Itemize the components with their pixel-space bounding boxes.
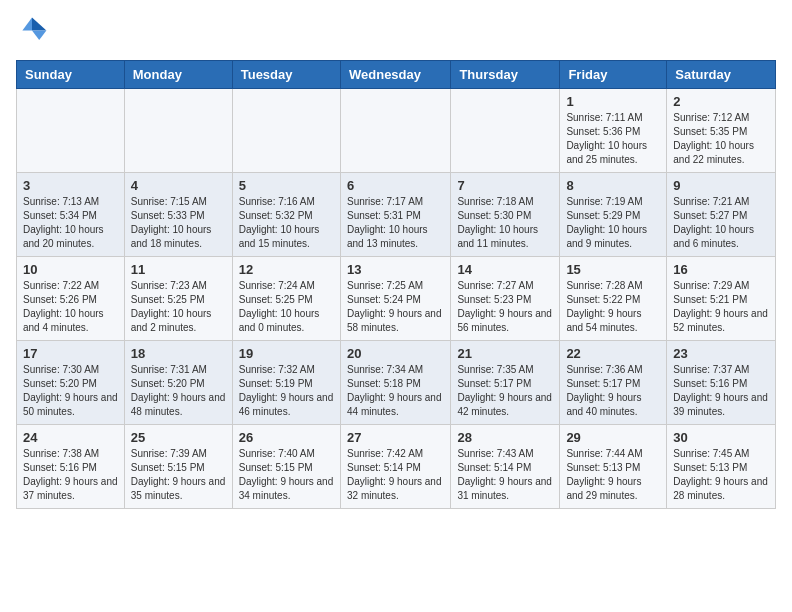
day-info: Sunrise: 7:36 AM Sunset: 5:17 PM Dayligh… bbox=[566, 363, 660, 419]
day-info: Sunrise: 7:16 AM Sunset: 5:32 PM Dayligh… bbox=[239, 195, 334, 251]
day-number: 13 bbox=[347, 262, 444, 277]
day-number: 30 bbox=[673, 430, 769, 445]
calendar-cell: 22Sunrise: 7:36 AM Sunset: 5:17 PM Dayli… bbox=[560, 341, 667, 425]
day-number: 1 bbox=[566, 94, 660, 109]
weekday-header: Saturday bbox=[667, 61, 776, 89]
day-number: 22 bbox=[566, 346, 660, 361]
calendar-cell: 7Sunrise: 7:18 AM Sunset: 5:30 PM Daylig… bbox=[451, 173, 560, 257]
day-info: Sunrise: 7:19 AM Sunset: 5:29 PM Dayligh… bbox=[566, 195, 660, 251]
calendar-cell bbox=[17, 89, 125, 173]
calendar-week-row: 3Sunrise: 7:13 AM Sunset: 5:34 PM Daylig… bbox=[17, 173, 776, 257]
calendar-cell bbox=[232, 89, 340, 173]
day-info: Sunrise: 7:28 AM Sunset: 5:22 PM Dayligh… bbox=[566, 279, 660, 335]
day-info: Sunrise: 7:29 AM Sunset: 5:21 PM Dayligh… bbox=[673, 279, 769, 335]
calendar-cell: 1Sunrise: 7:11 AM Sunset: 5:36 PM Daylig… bbox=[560, 89, 667, 173]
calendar-cell: 16Sunrise: 7:29 AM Sunset: 5:21 PM Dayli… bbox=[667, 257, 776, 341]
svg-marker-2 bbox=[22, 18, 32, 31]
weekday-header: Wednesday bbox=[340, 61, 450, 89]
calendar-cell: 20Sunrise: 7:34 AM Sunset: 5:18 PM Dayli… bbox=[340, 341, 450, 425]
day-info: Sunrise: 7:43 AM Sunset: 5:14 PM Dayligh… bbox=[457, 447, 553, 503]
day-number: 15 bbox=[566, 262, 660, 277]
day-number: 26 bbox=[239, 430, 334, 445]
day-number: 4 bbox=[131, 178, 226, 193]
day-info: Sunrise: 7:34 AM Sunset: 5:18 PM Dayligh… bbox=[347, 363, 444, 419]
day-info: Sunrise: 7:23 AM Sunset: 5:25 PM Dayligh… bbox=[131, 279, 226, 335]
day-number: 9 bbox=[673, 178, 769, 193]
day-info: Sunrise: 7:24 AM Sunset: 5:25 PM Dayligh… bbox=[239, 279, 334, 335]
weekday-header: Sunday bbox=[17, 61, 125, 89]
calendar-cell: 2Sunrise: 7:12 AM Sunset: 5:35 PM Daylig… bbox=[667, 89, 776, 173]
calendar-cell: 26Sunrise: 7:40 AM Sunset: 5:15 PM Dayli… bbox=[232, 425, 340, 509]
calendar-cell: 19Sunrise: 7:32 AM Sunset: 5:19 PM Dayli… bbox=[232, 341, 340, 425]
calendar-week-row: 10Sunrise: 7:22 AM Sunset: 5:26 PM Dayli… bbox=[17, 257, 776, 341]
day-info: Sunrise: 7:30 AM Sunset: 5:20 PM Dayligh… bbox=[23, 363, 118, 419]
calendar-cell: 27Sunrise: 7:42 AM Sunset: 5:14 PM Dayli… bbox=[340, 425, 450, 509]
calendar-table: SundayMondayTuesdayWednesdayThursdayFrid… bbox=[16, 60, 776, 509]
calendar-cell: 6Sunrise: 7:17 AM Sunset: 5:31 PM Daylig… bbox=[340, 173, 450, 257]
weekday-header: Friday bbox=[560, 61, 667, 89]
calendar-week-row: 24Sunrise: 7:38 AM Sunset: 5:16 PM Dayli… bbox=[17, 425, 776, 509]
day-info: Sunrise: 7:15 AM Sunset: 5:33 PM Dayligh… bbox=[131, 195, 226, 251]
calendar-week-row: 1Sunrise: 7:11 AM Sunset: 5:36 PM Daylig… bbox=[17, 89, 776, 173]
day-info: Sunrise: 7:25 AM Sunset: 5:24 PM Dayligh… bbox=[347, 279, 444, 335]
day-number: 19 bbox=[239, 346, 334, 361]
day-info: Sunrise: 7:21 AM Sunset: 5:27 PM Dayligh… bbox=[673, 195, 769, 251]
svg-marker-1 bbox=[32, 30, 46, 40]
day-number: 3 bbox=[23, 178, 118, 193]
header bbox=[16, 16, 776, 48]
calendar-cell: 28Sunrise: 7:43 AM Sunset: 5:14 PM Dayli… bbox=[451, 425, 560, 509]
day-info: Sunrise: 7:44 AM Sunset: 5:13 PM Dayligh… bbox=[566, 447, 660, 503]
calendar-cell: 29Sunrise: 7:44 AM Sunset: 5:13 PM Dayli… bbox=[560, 425, 667, 509]
day-number: 8 bbox=[566, 178, 660, 193]
day-number: 20 bbox=[347, 346, 444, 361]
day-info: Sunrise: 7:32 AM Sunset: 5:19 PM Dayligh… bbox=[239, 363, 334, 419]
day-number: 14 bbox=[457, 262, 553, 277]
logo-icon bbox=[16, 16, 48, 48]
calendar-cell: 21Sunrise: 7:35 AM Sunset: 5:17 PM Dayli… bbox=[451, 341, 560, 425]
calendar-cell: 9Sunrise: 7:21 AM Sunset: 5:27 PM Daylig… bbox=[667, 173, 776, 257]
day-number: 11 bbox=[131, 262, 226, 277]
calendar-cell: 12Sunrise: 7:24 AM Sunset: 5:25 PM Dayli… bbox=[232, 257, 340, 341]
calendar-cell: 23Sunrise: 7:37 AM Sunset: 5:16 PM Dayli… bbox=[667, 341, 776, 425]
calendar-cell: 4Sunrise: 7:15 AM Sunset: 5:33 PM Daylig… bbox=[124, 173, 232, 257]
day-info: Sunrise: 7:39 AM Sunset: 5:15 PM Dayligh… bbox=[131, 447, 226, 503]
day-info: Sunrise: 7:22 AM Sunset: 5:26 PM Dayligh… bbox=[23, 279, 118, 335]
day-number: 29 bbox=[566, 430, 660, 445]
calendar-cell: 13Sunrise: 7:25 AM Sunset: 5:24 PM Dayli… bbox=[340, 257, 450, 341]
day-number: 10 bbox=[23, 262, 118, 277]
weekday-header: Thursday bbox=[451, 61, 560, 89]
calendar-cell bbox=[124, 89, 232, 173]
calendar-cell: 11Sunrise: 7:23 AM Sunset: 5:25 PM Dayli… bbox=[124, 257, 232, 341]
day-info: Sunrise: 7:38 AM Sunset: 5:16 PM Dayligh… bbox=[23, 447, 118, 503]
day-number: 24 bbox=[23, 430, 118, 445]
day-info: Sunrise: 7:27 AM Sunset: 5:23 PM Dayligh… bbox=[457, 279, 553, 335]
calendar-cell: 8Sunrise: 7:19 AM Sunset: 5:29 PM Daylig… bbox=[560, 173, 667, 257]
day-number: 6 bbox=[347, 178, 444, 193]
day-number: 28 bbox=[457, 430, 553, 445]
weekday-header: Tuesday bbox=[232, 61, 340, 89]
day-number: 12 bbox=[239, 262, 334, 277]
calendar-cell bbox=[340, 89, 450, 173]
day-number: 2 bbox=[673, 94, 769, 109]
day-number: 27 bbox=[347, 430, 444, 445]
day-info: Sunrise: 7:13 AM Sunset: 5:34 PM Dayligh… bbox=[23, 195, 118, 251]
calendar-cell: 17Sunrise: 7:30 AM Sunset: 5:20 PM Dayli… bbox=[17, 341, 125, 425]
day-info: Sunrise: 7:42 AM Sunset: 5:14 PM Dayligh… bbox=[347, 447, 444, 503]
calendar-week-row: 17Sunrise: 7:30 AM Sunset: 5:20 PM Dayli… bbox=[17, 341, 776, 425]
calendar-cell: 30Sunrise: 7:45 AM Sunset: 5:13 PM Dayli… bbox=[667, 425, 776, 509]
day-info: Sunrise: 7:11 AM Sunset: 5:36 PM Dayligh… bbox=[566, 111, 660, 167]
svg-marker-0 bbox=[32, 18, 46, 31]
calendar-cell: 25Sunrise: 7:39 AM Sunset: 5:15 PM Dayli… bbox=[124, 425, 232, 509]
day-info: Sunrise: 7:37 AM Sunset: 5:16 PM Dayligh… bbox=[673, 363, 769, 419]
calendar-cell: 15Sunrise: 7:28 AM Sunset: 5:22 PM Dayli… bbox=[560, 257, 667, 341]
day-number: 17 bbox=[23, 346, 118, 361]
day-info: Sunrise: 7:31 AM Sunset: 5:20 PM Dayligh… bbox=[131, 363, 226, 419]
day-number: 18 bbox=[131, 346, 226, 361]
calendar-cell: 3Sunrise: 7:13 AM Sunset: 5:34 PM Daylig… bbox=[17, 173, 125, 257]
calendar-cell bbox=[451, 89, 560, 173]
weekday-header: Monday bbox=[124, 61, 232, 89]
day-info: Sunrise: 7:40 AM Sunset: 5:15 PM Dayligh… bbox=[239, 447, 334, 503]
calendar-cell: 5Sunrise: 7:16 AM Sunset: 5:32 PM Daylig… bbox=[232, 173, 340, 257]
day-number: 7 bbox=[457, 178, 553, 193]
day-number: 25 bbox=[131, 430, 226, 445]
